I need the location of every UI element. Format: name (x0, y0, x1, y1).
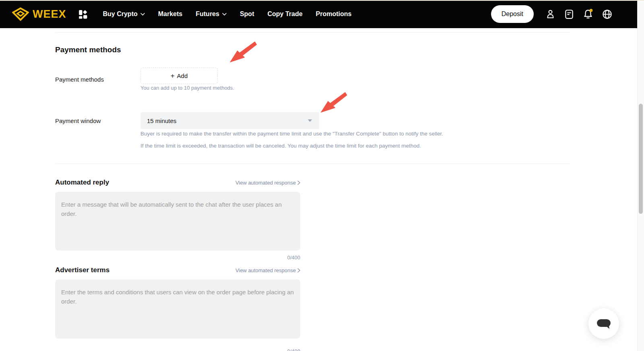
view-automated-response-link[interactable]: View automated response (235, 267, 300, 273)
select-caret-icon (308, 119, 312, 122)
nav-item-label: Promotions (316, 10, 352, 18)
automated-reply-textarea[interactable] (55, 192, 300, 250)
apps-grid-icon[interactable] (78, 9, 88, 19)
page-scrollbar-track[interactable] (637, 0, 644, 351)
add-payment-method-button[interactable]: + Add (140, 68, 218, 84)
nav-item-label: Copy Trade (267, 10, 302, 18)
payment-window-label: Payment window (55, 117, 101, 124)
notification-bell-icon[interactable] (582, 8, 594, 20)
chevron-down-icon (140, 13, 145, 16)
view-link-label: View automated response (235, 180, 296, 186)
chevron-right-icon (297, 181, 300, 185)
advertiser-terms-title: Advertiser terms (55, 266, 109, 274)
window-top-edge (0, 0, 644, 1)
annotation-arrow (227, 41, 258, 65)
chevron-right-icon (297, 268, 300, 273)
nav-item-label: Markets (158, 10, 182, 18)
deposit-button[interactable]: Deposit (491, 5, 534, 23)
nav-item-markets[interactable]: Markets (158, 10, 182, 18)
chat-bubble-icon (596, 317, 612, 330)
nav-item-promotions[interactable]: Promotions (316, 10, 352, 18)
advertiser-terms-counter: 0/400 (55, 348, 300, 351)
top-navigation-bar: WEEX Buy Crypto Markets (0, 0, 644, 28)
payment-window-select[interactable]: 15 minutes (140, 112, 319, 129)
support-chat-button[interactable] (588, 308, 619, 339)
plus-icon: + (171, 72, 175, 80)
annotation-arrow (317, 92, 349, 115)
nav-item-futures[interactable]: Futures (196, 10, 227, 18)
weex-payment-settings-page: WEEX Buy Crypto Markets (0, 0, 644, 351)
page-title: Payment methods (55, 45, 121, 54)
payment-methods-label: Payment methods (55, 76, 104, 83)
nav-item-label: Spot (240, 10, 254, 18)
section-divider-top (55, 32, 570, 33)
weex-diamond-logo-icon (12, 7, 29, 21)
language-globe-icon[interactable] (602, 9, 613, 20)
user-icon[interactable] (545, 9, 556, 20)
nav-item-copy-trade[interactable]: Copy Trade (267, 10, 302, 18)
nav-item-buy-crypto[interactable]: Buy Crypto (103, 10, 145, 18)
automated-reply-counter: 0/400 (55, 255, 300, 261)
main-menu: Buy Crypto Markets Futures Spot (103, 10, 352, 18)
nav-item-label: Futures (196, 10, 219, 18)
chevron-down-icon (222, 13, 227, 16)
notification-dot (590, 9, 593, 12)
payment-window-helper-2: If the time limit is exceeded, the trans… (140, 143, 421, 149)
orders-icon[interactable] (564, 9, 574, 19)
automated-reply-header: Automated reply View automated response (55, 179, 300, 187)
payment-methods-helper-text: You can add up to 10 payment methods. (140, 85, 234, 91)
payment-window-value: 15 minutes (147, 117, 308, 124)
nav-item-label: Buy Crypto (103, 10, 138, 18)
page-scrollbar-thumb[interactable] (639, 104, 643, 214)
automated-reply-title: Automated reply (55, 179, 109, 187)
section-divider-middle (55, 164, 570, 164)
advertiser-terms-textarea[interactable] (55, 279, 300, 339)
weex-logo[interactable]: WEEX (12, 7, 66, 21)
view-link-label: View automated response (235, 267, 296, 273)
add-button-label: Add (177, 72, 188, 79)
advertiser-terms-header: Advertiser terms View automated response (55, 266, 300, 274)
view-automated-response-link[interactable]: View automated response (235, 180, 300, 186)
brand-name: WEEX (33, 8, 66, 21)
nav-item-spot[interactable]: Spot (240, 10, 254, 18)
payment-window-helper-1: Buyer is required to make the transfer w… (140, 131, 443, 137)
